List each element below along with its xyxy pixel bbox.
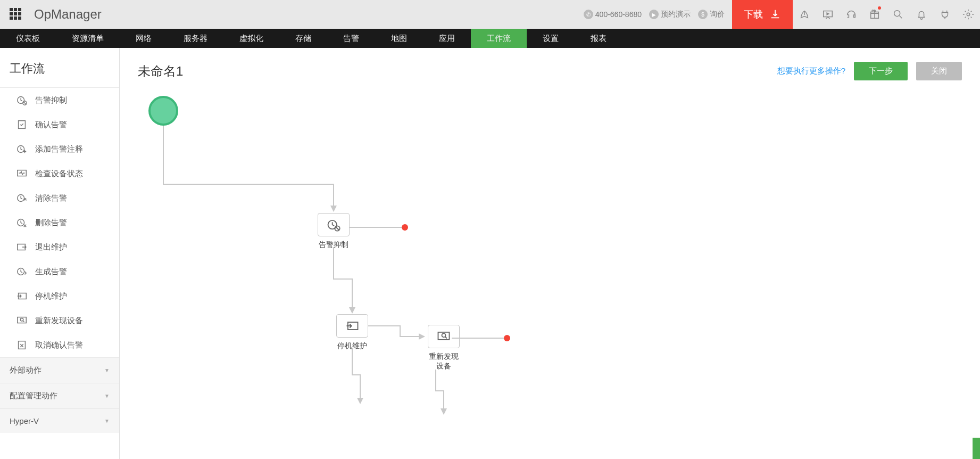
download-label: 下载	[744, 8, 763, 21]
headset-icon[interactable]	[840, 0, 863, 29]
action-generate-alarm[interactable]: 生成告警	[0, 259, 119, 284]
svg-marker-21	[349, 307, 355, 314]
workflow-canvas[interactable]: 告警抑制 停机维护 重新发现	[138, 91, 980, 459]
sidebar-item-label: 删除告警	[35, 218, 67, 228]
action-rediscover[interactable]: 重新发现设备	[0, 308, 119, 333]
start-node[interactable]	[148, 96, 178, 126]
presentation-icon[interactable]	[816, 0, 840, 29]
svg-marker-27	[357, 398, 363, 404]
action-suppress-alarm[interactable]: 告警抑制	[0, 88, 119, 112]
clock-gen-icon	[16, 266, 28, 277]
gear-icon[interactable]	[957, 0, 980, 29]
nav-network[interactable]: 网络	[120, 29, 168, 48]
fail-endpoint-n3[interactable]	[504, 335, 510, 341]
quote-link[interactable]: $ 询价	[698, 10, 725, 19]
next-button[interactable]: 下一步	[854, 62, 908, 80]
chevron-down-icon: ▼	[104, 393, 110, 399]
sidebar-actions-list[interactable]: 告警抑制 确认告警 添加告警注释 检查设备状态 清除告警 删除告警 退出维护 生…	[0, 88, 119, 459]
clock-plus-icon	[16, 143, 28, 155]
nav-dashboard[interactable]: 仪表板	[0, 29, 56, 48]
demo-link[interactable]: ▶ 预约演示	[649, 10, 691, 19]
demo-icon: ▶	[649, 10, 659, 19]
action-clear-alarm[interactable]: 清除告警	[0, 186, 119, 210]
node-suppress-alarm[interactable]: 告警抑制	[318, 213, 350, 249]
clipboard-check-icon	[16, 119, 28, 130]
sidebar-item-label: 检查设备状态	[35, 169, 83, 179]
download-button[interactable]: 下载	[732, 0, 793, 29]
action-exit-maintenance[interactable]: 退出维护	[0, 235, 119, 259]
sidebar-item-label: 确认告警	[35, 120, 67, 130]
sidebar-group-hyperv[interactable]: Hyper-V▼	[0, 408, 119, 433]
nav-workflow[interactable]: 工作流	[471, 29, 527, 48]
connector-n2-down	[352, 348, 368, 407]
plug-icon[interactable]	[933, 0, 957, 29]
action-delete-alarm[interactable]: 删除告警	[0, 210, 119, 235]
clock-clear-icon	[16, 192, 28, 204]
fail-endpoint-n1[interactable]	[402, 224, 408, 231]
node-label-line1: 重新发现	[420, 351, 468, 361]
node-label-line2: 设备	[420, 361, 468, 371]
top-bar-right: ✆ 400-660-8680 ▶ 预约演示 $ 询价 下载	[584, 0, 980, 29]
action-ack-alarm[interactable]: 确认告警	[0, 112, 119, 137]
enter-maint-icon	[16, 290, 28, 302]
sidebar-group-external[interactable]: 外部动作▼	[0, 357, 119, 383]
quote-label: 询价	[710, 10, 725, 19]
gift-icon[interactable]	[863, 0, 886, 29]
phone-number: 400-660-8680	[595, 10, 642, 19]
nav-server[interactable]: 服务器	[168, 29, 223, 48]
nav-storage[interactable]: 存储	[279, 29, 327, 48]
sidebar-item-label: 清除告警	[35, 193, 67, 203]
workflow-title: 未命名1	[138, 63, 183, 80]
nav-virtualization[interactable]: 虚拟化	[223, 29, 279, 48]
sidebar-group-config[interactable]: 配置管理动作▼	[0, 383, 119, 408]
sidebar-item-label: 重新发现设备	[35, 316, 83, 326]
sidebar-title: 工作流	[0, 48, 119, 88]
clock-block-icon	[16, 94, 28, 106]
node-rediscover[interactable]: 重新发现 设备	[420, 325, 468, 371]
more-actions-link[interactable]: 想要执行更多操作?	[777, 66, 845, 76]
brand-title: OpManager	[34, 7, 102, 22]
workflow-canvas-area: 未命名1 想要执行更多操作? 下一步 关闭 告警抑制	[120, 48, 980, 459]
rediscover-icon	[16, 315, 28, 326]
monitor-pulse-icon	[16, 168, 28, 179]
sidebar-item-label: 告警抑制	[35, 95, 67, 105]
apps-grid-icon[interactable]	[10, 8, 22, 21]
exit-maint-icon	[16, 241, 28, 253]
search-icon[interactable]	[886, 0, 910, 29]
connector-n2-n3	[368, 326, 427, 342]
nav-apps[interactable]: 应用	[423, 29, 471, 48]
sidebar-item-label: 生成告警	[35, 267, 67, 277]
sidebar-item-label: 退出维护	[35, 242, 67, 252]
nav-reports[interactable]: 报表	[575, 29, 622, 48]
node-label: 停机维护	[336, 341, 368, 350]
svg-marker-17	[330, 206, 337, 212]
action-check-status[interactable]: 检查设备状态	[0, 161, 119, 186]
action-add-note[interactable]: 添加告警注释	[0, 137, 119, 161]
sidebar-group-label: 外部动作	[10, 365, 41, 375]
action-unack-alarm[interactable]: 取消确认告警	[0, 333, 119, 357]
action-enter-maintenance[interactable]: 停机维护	[0, 284, 119, 308]
phone-contact[interactable]: ✆ 400-660-8680	[584, 10, 642, 19]
sidebar: 工作流 告警抑制 确认告警 添加告警注释 检查设备状态 清除告警 删除告警 退出…	[0, 48, 120, 459]
nav-maps[interactable]: 地图	[375, 29, 423, 48]
sidebar-item-label: 停机维护	[35, 291, 67, 301]
connector-n3-down	[436, 370, 452, 417]
scroll-indicator	[973, 438, 980, 459]
connector-start-n1	[163, 126, 344, 216]
svg-marker-28	[441, 408, 447, 415]
nav-alarms[interactable]: 告警	[327, 29, 375, 48]
clipboard-x-icon	[16, 339, 28, 351]
close-button[interactable]: 关闭	[916, 62, 962, 80]
nav-settings[interactable]: 设置	[527, 29, 575, 48]
node-enter-maintenance[interactable]: 停机维护	[336, 314, 368, 350]
svg-point-2	[894, 11, 900, 17]
bell-icon[interactable]	[910, 0, 933, 29]
rocket-icon[interactable]	[793, 0, 816, 29]
phone-icon: ✆	[584, 10, 593, 19]
svg-point-3	[967, 13, 970, 16]
main-area: 工作流 告警抑制 确认告警 添加告警注释 检查设备状态 清除告警 删除告警 退出…	[0, 48, 980, 459]
sidebar-item-label: 取消确认告警	[35, 340, 83, 350]
enter-maint-icon	[345, 318, 360, 333]
sidebar-group-label: 配置管理动作	[10, 391, 57, 401]
nav-inventory[interactable]: 资源清单	[56, 29, 120, 48]
